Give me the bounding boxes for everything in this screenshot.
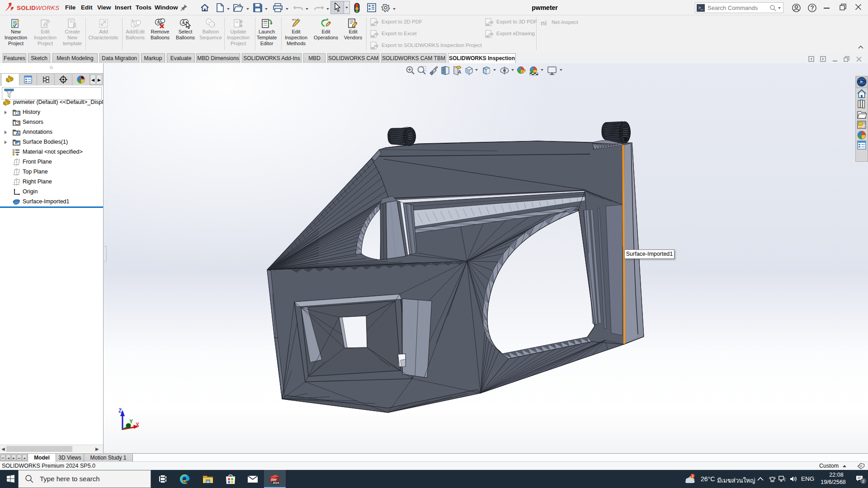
svg-text:2024: 2024 (273, 481, 279, 484)
svg-text:1: 1 (692, 474, 694, 478)
svg-text:A: A (16, 131, 19, 136)
svg-text:Z: Z (118, 408, 122, 414)
svg-text:X: X (136, 422, 139, 428)
svg-text:A: A (458, 70, 461, 75)
svg-text:Y: Y (129, 418, 133, 425)
